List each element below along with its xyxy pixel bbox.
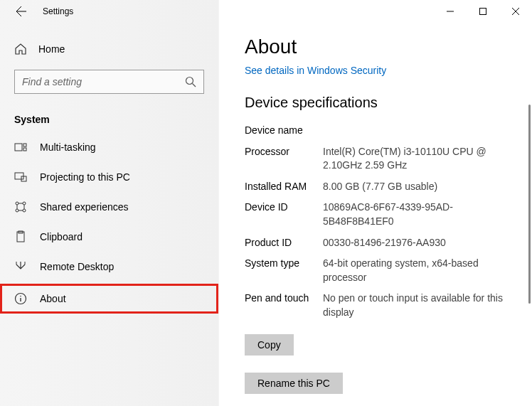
minimize-icon	[447, 8, 454, 15]
sidebar-item-shared[interactable]: Shared experiences	[0, 192, 218, 222]
spec-label: Product ID	[245, 236, 323, 250]
spec-value: 64-bit operating system, x64-based proce…	[323, 257, 511, 284]
spec-value: 8.00 GB (7.77 GB usable)	[323, 180, 511, 194]
copy-button[interactable]: Copy	[245, 334, 294, 356]
home-label: Home	[38, 43, 65, 55]
svg-point-14	[20, 296, 21, 297]
home-nav[interactable]: Home	[0, 36, 218, 63]
window-title: Settings	[43, 6, 73, 16]
shared-icon	[14, 201, 27, 213]
sidebar-item-label: Shared experiences	[40, 201, 129, 213]
spec-label: System type	[245, 257, 323, 284]
spec-product-id: Product ID 00330-81496-21976-AA930	[245, 236, 511, 250]
spec-label: Processor	[245, 145, 323, 173]
svg-point-7	[16, 202, 18, 205]
search-box[interactable]	[14, 70, 204, 94]
sidebar-item-clipboard[interactable]: Clipboard	[0, 222, 218, 252]
search-icon	[185, 76, 196, 87]
svg-rect-2	[15, 144, 22, 151]
svg-rect-3	[23, 144, 26, 146]
spec-ram: Installed RAM 8.00 GB (7.77 GB usable)	[245, 180, 511, 194]
spec-device-name: Device name	[245, 124, 511, 138]
scrollbar-thumb[interactable]	[528, 105, 531, 304]
maximize-button[interactable]	[467, 0, 499, 23]
spec-label: Installed RAM	[245, 180, 323, 194]
specs-title: Device specifications	[245, 95, 511, 111]
spec-label: Pen and touch	[245, 292, 323, 319]
page-title: About	[245, 36, 511, 58]
titlebar: Settings	[0, 0, 532, 23]
svg-point-10	[23, 209, 26, 212]
svg-point-8	[23, 202, 26, 205]
spec-device-id: Device ID 10869AC8-6F67-4339-95AD-5B48F8…	[245, 201, 511, 228]
sidebar-item-label: About	[40, 293, 66, 304]
spec-processor: Processor Intel(R) Core(TM) i3-10110U CP…	[245, 145, 511, 173]
section-header: System	[0, 101, 218, 132]
rename-button[interactable]: Rename this PC	[245, 373, 343, 394]
sidebar: Home System Multi-tasking Projecting to …	[0, 0, 219, 406]
info-icon	[14, 292, 27, 305]
spec-system-type: System type 64-bit operating system, x64…	[245, 257, 511, 284]
sidebar-item-about[interactable]: About	[0, 284, 218, 314]
content-area: About See details in Windows Security De…	[219, 0, 532, 406]
sidebar-item-label: Multi-tasking	[40, 141, 96, 153]
svg-rect-4	[23, 148, 26, 151]
scrollbar[interactable]	[528, 105, 531, 396]
sidebar-item-projecting[interactable]: Projecting to this PC	[0, 162, 218, 192]
home-icon	[14, 43, 27, 55]
clipboard-icon	[14, 230, 27, 243]
multitasking-icon	[14, 141, 27, 154]
close-icon	[512, 8, 519, 15]
spec-value: Intel(R) Core(TM) i3-10110U CPU @ 2.10GH…	[323, 145, 511, 173]
projecting-icon	[14, 171, 27, 183]
spec-value: No pen or touch input is available for t…	[323, 292, 511, 319]
svg-rect-0	[480, 9, 486, 15]
arrow-left-icon	[16, 6, 27, 17]
minimize-button[interactable]	[434, 0, 467, 23]
sidebar-item-multitasking[interactable]: Multi-tasking	[0, 132, 218, 162]
remote-icon	[14, 260, 27, 273]
sidebar-item-remote[interactable]: Remote Desktop	[0, 252, 218, 282]
sidebar-item-label: Clipboard	[40, 231, 83, 242]
sidebar-item-label: Remote Desktop	[40, 261, 114, 272]
spec-value: 00330-81496-21976-AA930	[323, 236, 511, 250]
spec-pen-touch: Pen and touch No pen or touch input is a…	[245, 292, 511, 319]
security-link[interactable]: See details in Windows Security	[245, 65, 386, 76]
close-button[interactable]	[499, 0, 532, 23]
svg-point-9	[16, 209, 18, 212]
search-input[interactable]	[22, 76, 185, 87]
spec-label: Device ID	[245, 201, 323, 228]
svg-point-1	[186, 78, 193, 85]
sidebar-item-label: Projecting to this PC	[40, 171, 130, 183]
back-button[interactable]	[7, 0, 36, 23]
maximize-icon	[479, 8, 486, 15]
spec-value: 10869AC8-6F67-4339-95AD-5B48F8B41EF0	[323, 201, 511, 228]
spec-label: Device name	[245, 124, 323, 138]
spec-value	[323, 124, 511, 138]
